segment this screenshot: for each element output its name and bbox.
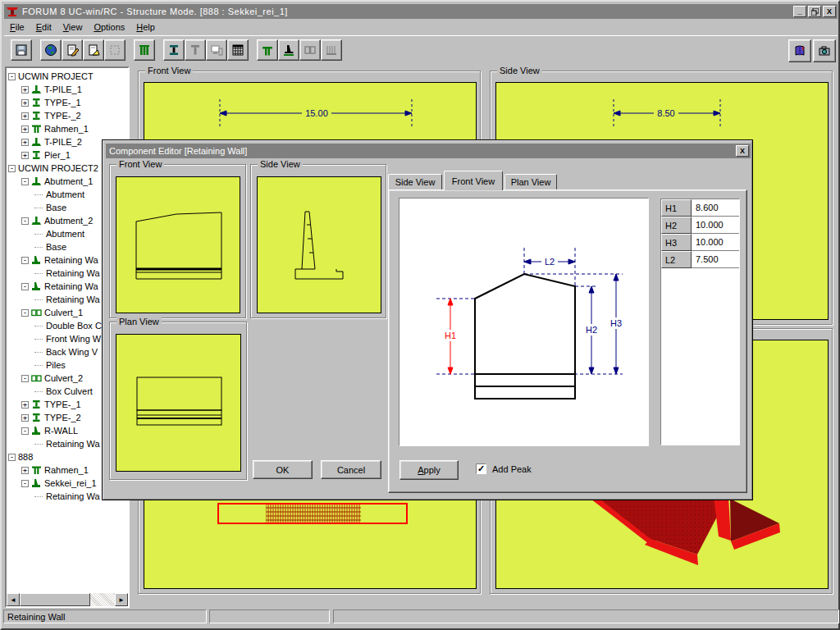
tree-item-box-culvert[interactable]: Box Culvert <box>34 385 93 398</box>
menu-options[interactable]: Options <box>88 21 130 34</box>
tree-expander-expand[interactable]: + <box>21 112 29 120</box>
tree-expander-collapse[interactable]: - <box>8 73 16 80</box>
tree-item-abutment-1[interactable]: -Abutment_1 <box>21 175 93 188</box>
tree-expander-expand[interactable]: + <box>21 99 29 107</box>
dialog-close-button[interactable]: X <box>736 145 749 157</box>
menu-file[interactable]: File <box>4 21 30 34</box>
tree-expander-collapse[interactable]: - <box>21 427 29 435</box>
tree-expander-collapse[interactable]: - <box>21 178 29 185</box>
tree-expander-collapse[interactable]: - <box>8 165 16 172</box>
grid-button[interactable] <box>227 39 249 61</box>
param-value-h2[interactable]: 10.000 <box>692 217 739 234</box>
select-marquee-button[interactable] <box>104 39 126 61</box>
minimize-button[interactable]: _ <box>793 6 806 17</box>
retaining-wall-button[interactable] <box>278 39 299 61</box>
tree-item-sekkei-rei-1[interactable]: -Sekkei_rei_1 <box>21 477 97 490</box>
save-button[interactable] <box>11 39 32 61</box>
tree-item-retaining-wa[interactable]: Retaining Wa <box>34 267 100 280</box>
param-name-h1[interactable]: H1 <box>661 199 692 217</box>
tree-item-retaining-wa[interactable]: Retaining Wa <box>34 293 100 306</box>
param-value-h1[interactable]: 8.600 <box>692 199 739 217</box>
tree-item-retaining-wa[interactable]: -Retaining Wa <box>21 253 98 267</box>
menu-help[interactable]: Help <box>130 21 161 34</box>
tree-item-abutment[interactable]: Abutment <box>34 227 84 240</box>
tree-expander-expand[interactable]: + <box>21 467 29 474</box>
tree-item-base[interactable]: Base <box>34 240 66 253</box>
culvert-button[interactable] <box>299 39 321 61</box>
tree-item-888[interactable]: -888 <box>8 450 33 463</box>
add-peak-checkbox[interactable]: ✓ <box>476 463 486 474</box>
piles-button[interactable] <box>321 39 342 61</box>
world-button[interactable] <box>40 39 62 61</box>
tree-item-piles[interactable]: Piles <box>34 358 66 372</box>
tree-wall-icon <box>31 426 42 436</box>
tree-item-t-pile-1[interactable]: +T-PILE_1 <box>21 83 82 96</box>
restore-button[interactable] <box>808 6 821 17</box>
menu-view[interactable]: View <box>57 21 89 34</box>
tree-item-type-1[interactable]: +TYPE-_1 <box>21 96 81 109</box>
param-value-l2[interactable]: 7.500 <box>692 251 739 268</box>
tree-expander-expand[interactable]: + <box>21 414 29 422</box>
param-name-l2[interactable]: L2 <box>661 251 692 268</box>
t-pile-button[interactable] <box>185 39 206 61</box>
scrollbar-thumb[interactable] <box>20 593 90 606</box>
tree-expander-collapse[interactable]: - <box>21 480 29 487</box>
tree-expander-expand[interactable]: + <box>21 126 29 133</box>
tree-expander-expand[interactable]: + <box>21 139 29 146</box>
tab-side-view[interactable]: Side View <box>388 174 442 190</box>
tree-expander-collapse[interactable]: - <box>21 257 29 264</box>
tree-item-retaining-wa[interactable]: Retaining Wa <box>34 437 100 450</box>
tree-item-ucwin-project2[interactable]: -UCWIN PROJECT2 <box>8 162 98 175</box>
menu-edit[interactable]: Edit <box>30 21 57 34</box>
tree-item-culvert-1[interactable]: -Culvert_1 <box>21 306 83 319</box>
cancel-button[interactable]: Cancel <box>321 460 381 479</box>
edit-document-button[interactable] <box>62 39 83 61</box>
tree-item-ucwin-project[interactable]: -UCWIN PROJECT <box>8 70 94 83</box>
tree-item-retaining-wa[interactable]: -Retaining Wa <box>21 280 98 293</box>
tree-pile-icon <box>31 84 42 94</box>
param-name-h2[interactable]: H2 <box>661 217 692 234</box>
tree-item-r-wall[interactable]: -R-WALL <box>21 424 78 437</box>
columns-button[interactable] <box>134 39 155 61</box>
tree-item-retaining-wa[interactable]: Retaining Wa <box>34 490 100 503</box>
tab-plan-view[interactable]: Plan View <box>504 174 557 190</box>
tree-expander-expand[interactable]: + <box>21 152 29 159</box>
tree-item-t-pile-2[interactable]: +T-PILE_2 <box>21 135 82 148</box>
close-button[interactable]: X <box>823 6 836 17</box>
frame-structure-button[interactable] <box>257 39 278 61</box>
tree-item-type-1[interactable]: +TYPE-_1 <box>21 398 81 411</box>
tree-expander-collapse[interactable]: - <box>21 217 29 225</box>
scroll-right-arrow-icon[interactable]: ► <box>115 593 128 606</box>
param-value-h3[interactable]: 10.000 <box>692 234 739 251</box>
tree-item-rahmen-1[interactable]: +Rahmen_1 <box>21 463 89 477</box>
tree-item-abutment-2[interactable]: -Abutment_2 <box>21 214 93 227</box>
ok-button[interactable]: OK <box>253 460 313 479</box>
tree-expander-collapse[interactable]: - <box>21 283 29 290</box>
apply-button[interactable]: Apply <box>399 460 459 480</box>
tree-item-type-2[interactable]: +TYPE-_2 <box>21 109 81 122</box>
tree-expander-collapse[interactable]: - <box>8 454 16 461</box>
computer-button[interactable] <box>206 39 227 61</box>
tree-item-rahmen-1[interactable]: +Rahmen_1 <box>21 122 89 135</box>
param-name-h3[interactable]: H3 <box>661 234 692 251</box>
tree-item-abutment[interactable]: Abutment <box>34 188 84 201</box>
tree-item-type-2[interactable]: +TYPE-_2 <box>21 411 81 424</box>
tree-item-front-wing-w[interactable]: Front Wing W <box>34 332 101 345</box>
tree-expander-collapse[interactable]: - <box>21 309 29 317</box>
tree-expander-expand[interactable]: + <box>21 401 29 409</box>
ibeam-pier-button[interactable] <box>163 39 185 61</box>
tree-expander-collapse[interactable]: - <box>21 375 29 382</box>
tree-horizontal-scrollbar[interactable]: ◄ ► <box>7 593 128 606</box>
tree-item-double-box-c[interactable]: Double Box C <box>34 319 102 332</box>
tree-item-pier-1[interactable]: +Pier_1 <box>21 148 71 162</box>
scroll-left-arrow-icon[interactable]: ◄ <box>7 593 20 606</box>
tree-item-base[interactable]: Base <box>34 201 66 214</box>
document-flag-button[interactable] <box>83 39 104 61</box>
scrollbar-track[interactable] <box>90 593 115 606</box>
tree-expander-expand[interactable]: + <box>21 86 29 94</box>
tree-item-culvert-2[interactable]: -Culvert_2 <box>21 372 83 385</box>
tree-item-back-wing-v[interactable]: Back Wing V <box>34 345 98 358</box>
help-book-button[interactable] <box>788 39 811 62</box>
snapshot-camera-button[interactable] <box>813 39 836 62</box>
tab-front-view[interactable]: Front View <box>444 171 503 190</box>
